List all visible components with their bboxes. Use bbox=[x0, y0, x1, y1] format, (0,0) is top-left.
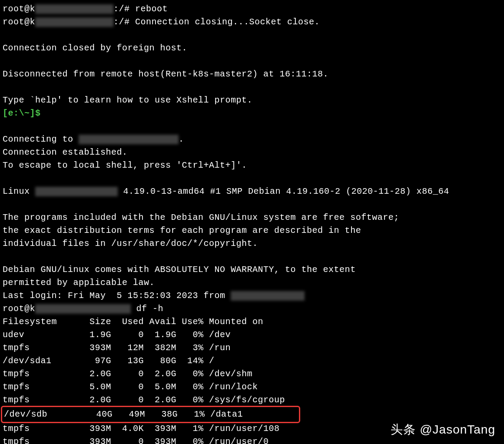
blank-line bbox=[3, 250, 501, 263]
redacted-ip bbox=[231, 291, 305, 301]
df-header: Filesystem Size Used Avail Use% Mounted … bbox=[3, 315, 501, 328]
output-line: Type `help' to learn how to use Xshell p… bbox=[3, 94, 501, 107]
table-row: udev 1.9G 0 1.9G 0% /dev bbox=[3, 328, 501, 341]
output-line: permitted by applicable law. bbox=[3, 276, 501, 289]
redacted-host bbox=[35, 304, 131, 314]
table-row: tmpfs 393M 12M 382M 3% /run bbox=[3, 341, 501, 355]
table-row-highlighted: /dev/sdb 40G 49M 38G 1% /data1 bbox=[3, 407, 501, 422]
output-line: Connecting to . bbox=[3, 133, 501, 146]
blank-line bbox=[3, 198, 501, 211]
blank-line bbox=[3, 120, 501, 133]
table-row: tmpfs 2.0G 0 2.0G 0% /sys/fs/cgroup bbox=[3, 394, 501, 407]
blank-line bbox=[3, 29, 501, 42]
output-line: Last login: Fri May 5 15:52:03 2023 from bbox=[3, 289, 501, 302]
highlight-box: /dev/sdb 40G 49M 38G 1% /data1 bbox=[1, 406, 300, 423]
prompt-line: root@k:/# Connection closing...Socket cl… bbox=[3, 16, 501, 29]
output-line: Connection closed by foreign host. bbox=[3, 42, 501, 55]
redacted-host bbox=[35, 17, 113, 27]
redacted-host bbox=[35, 187, 118, 196]
output-line: Linux 4.19.0-13-amd64 #1 SMP Debian 4.19… bbox=[3, 185, 501, 198]
local-prompt: [e:\~]$ bbox=[3, 107, 501, 120]
output-line: Debian GNU/Linux comes with ABSOLUTELY N… bbox=[3, 263, 501, 276]
watermark: 头条 @JasonTang bbox=[391, 421, 495, 439]
terminal-output[interactable]: root@k:/# reboot root@k:/# Connection cl… bbox=[3, 3, 501, 444]
redacted-ip bbox=[79, 135, 179, 144]
output-line: The programs included with the Debian GN… bbox=[3, 211, 501, 224]
blank-line bbox=[3, 55, 501, 68]
table-row: /dev/sda1 97G 13G 80G 14% / bbox=[3, 355, 501, 368]
blank-line bbox=[3, 172, 501, 185]
table-row: tmpfs 5.0M 0 5.0M 0% /run/lock bbox=[3, 381, 501, 394]
output-line: the exact distribution terms for each pr… bbox=[3, 224, 501, 237]
output-line: To escape to local shell, press 'Ctrl+Al… bbox=[3, 159, 501, 172]
output-line: Connection established. bbox=[3, 146, 501, 159]
prompt-line: root@k:/# reboot bbox=[3, 3, 501, 16]
output-line: individual files in /usr/share/doc/*/cop… bbox=[3, 237, 501, 250]
table-row: tmpfs 2.0G 0 2.0G 0% /dev/shm bbox=[3, 368, 501, 381]
blank-line bbox=[3, 81, 501, 94]
prompt-line: root@k df -h bbox=[3, 302, 501, 315]
redacted-host bbox=[35, 4, 113, 14]
output-line: Disconnected from remote host(Rent-k8s-m… bbox=[3, 68, 501, 81]
